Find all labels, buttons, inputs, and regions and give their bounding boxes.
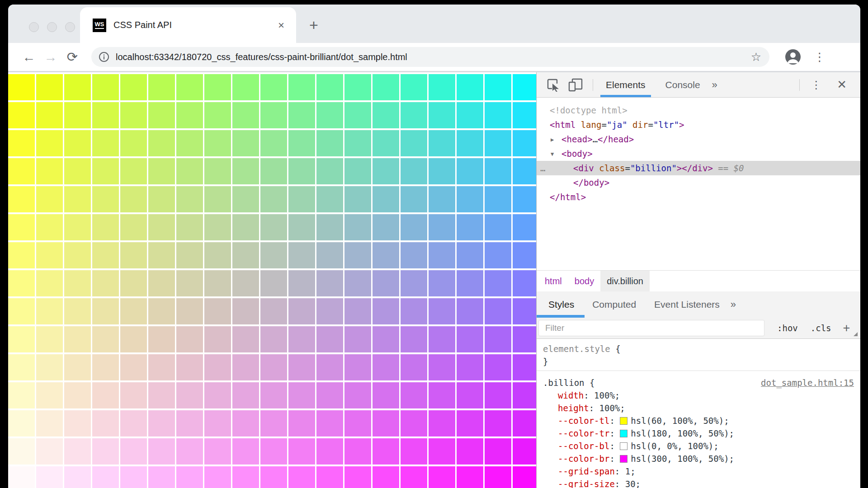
url-bar[interactable]: localhost:63342/180720_css_features/css-… (91, 47, 769, 67)
tree-line[interactable]: </html> (537, 190, 860, 204)
tree-line-selected[interactable]: …<div class="billion"></div> == $0 (537, 161, 860, 175)
color-swatch[interactable] (620, 430, 627, 437)
css-property[interactable]: --color-tl: hsl(60, 100%, 50%); (543, 414, 860, 427)
rule-selector: .billion { (543, 378, 594, 388)
device-toolbar-icon[interactable] (568, 78, 583, 92)
grid-tile (429, 158, 455, 184)
inspect-element-icon[interactable] (547, 78, 560, 92)
grid-tile (260, 102, 287, 128)
grid-tile (120, 102, 147, 128)
traffic-light-minimize[interactable] (47, 22, 57, 32)
css-property[interactable]: width: 100%; (543, 389, 860, 402)
css-property[interactable]: height: 100%; (543, 402, 860, 414)
page-info-icon[interactable] (99, 52, 109, 62)
grid-tile (36, 382, 63, 408)
css-property[interactable]: --color-br: hsl(300, 100%, 50%); (543, 452, 860, 465)
tree-line[interactable]: ▶<head>…</head> (537, 132, 860, 146)
traffic-light-close[interactable] (29, 22, 39, 32)
grid-tile (401, 130, 427, 156)
back-icon[interactable]: ← (18, 50, 40, 65)
tree-line[interactable]: <!doctype html> (537, 103, 860, 117)
grid-tile (120, 466, 147, 488)
grid-tile (344, 382, 371, 408)
grid-tile (260, 382, 287, 408)
grid-tile (401, 354, 427, 380)
grid-tile (148, 270, 175, 296)
css-property[interactable]: --grid-size: 30; (543, 478, 860, 488)
grid-tile (513, 354, 536, 380)
filter-input[interactable] (538, 320, 764, 336)
reload-icon[interactable]: ⟳ (61, 49, 83, 65)
color-swatch[interactable] (620, 455, 627, 463)
grid-tile (457, 410, 483, 436)
tree-line[interactable]: ▼<body> (537, 146, 860, 161)
tree-line[interactable]: </body> (537, 175, 860, 190)
grid-tile (8, 354, 35, 380)
more-style-tabs-icon[interactable]: » (731, 299, 736, 310)
tree-line[interactable]: <html lang="ja" dir="ltr"> (537, 117, 860, 132)
toggle-classes[interactable]: .cls (811, 323, 831, 333)
grid-tile (344, 214, 371, 240)
more-tabs-icon[interactable]: » (712, 79, 717, 91)
grid-tile (260, 438, 287, 465)
expand-arrow-icon[interactable]: ▶ (551, 132, 554, 147)
grid-tile (64, 466, 91, 488)
browser-tab[interactable]: WS CSS Paint API × (80, 7, 296, 43)
toggle-hover-state[interactable]: :hov (777, 323, 798, 333)
css-property[interactable]: --grid-span: 1; (543, 465, 860, 478)
grid-tile (373, 354, 399, 380)
grid-tile (457, 354, 483, 380)
grid-tile (485, 102, 511, 128)
screenshot-root: { "colors": { "accent":"#4a9ce6","tag":"… (0, 0, 868, 488)
grid-tile (373, 298, 399, 324)
grid-tile (288, 382, 315, 408)
grid-tile (176, 298, 203, 324)
tab-elements[interactable]: Elements (599, 72, 653, 97)
bookmark-star-icon[interactable]: ☆ (751, 50, 761, 64)
billion-style-rule[interactable]: .billion { dot_sample.html:15 width: 100… (537, 371, 860, 488)
tab-event-listeners[interactable]: Event Listeners (648, 291, 726, 318)
grid-tile (36, 438, 63, 465)
grid-tile (485, 438, 511, 465)
devtools-menu-icon[interactable]: ⋮ (811, 79, 821, 91)
grid-tile (401, 298, 427, 324)
color-swatch[interactable] (620, 417, 627, 425)
forward-icon[interactable]: → (40, 50, 61, 65)
tab-computed[interactable]: Computed (586, 291, 642, 318)
grid-tile (120, 130, 147, 156)
overflow-menu-icon[interactable]: … (540, 161, 545, 175)
stylesheet-link[interactable]: dot_sample.html:15 (761, 376, 854, 389)
color-swatch[interactable] (620, 442, 627, 450)
new-tab-button[interactable]: + (301, 16, 326, 34)
profile-avatar[interactable] (785, 49, 801, 65)
grid-tile (260, 410, 287, 436)
grid-tile (288, 326, 315, 352)
element-style-rule[interactable]: element.style { } (537, 339, 860, 371)
grid-tile (429, 326, 455, 352)
devtools-close-icon[interactable]: ✕ (837, 78, 847, 92)
grid-tile (485, 130, 511, 156)
css-property[interactable]: --color-tr: hsl(180, 100%, 50%); (543, 427, 860, 440)
css-property[interactable]: --color-bl: hsl(0, 0%, 100%); (543, 440, 860, 452)
tab-styles[interactable]: Styles (542, 291, 580, 318)
url-text[interactable]: localhost:63342/180720_css_features/css-… (116, 52, 751, 62)
collapse-arrow-icon[interactable]: ▼ (551, 147, 554, 161)
tab-console[interactable]: Console (658, 72, 708, 97)
breadcrumb-div-billion[interactable]: div.billion (600, 271, 650, 291)
traffic-light-zoom[interactable] (65, 22, 75, 32)
grid-tile (232, 214, 259, 240)
grid-tile (373, 410, 399, 436)
grid-tile (513, 74, 536, 100)
breadcrumb-body[interactable]: body (568, 271, 600, 291)
chrome-menu-icon[interactable]: ⋮ (814, 50, 826, 64)
grid-tile (288, 354, 315, 380)
tab-close-icon[interactable]: × (278, 19, 284, 32)
breadcrumb-html[interactable]: html (538, 271, 568, 291)
new-style-rule-button[interactable]: + (843, 321, 856, 335)
grid-tile (260, 270, 287, 296)
grid-tile (36, 214, 63, 240)
grid-tile (344, 298, 371, 324)
grid-tile (316, 382, 343, 408)
grid-tile (148, 214, 175, 240)
grid-tile (457, 186, 483, 212)
